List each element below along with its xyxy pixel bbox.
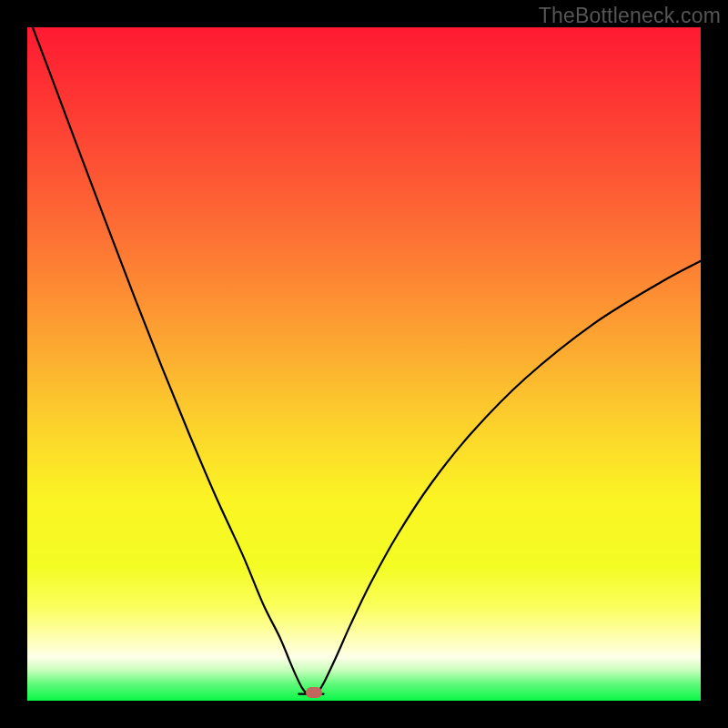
optimum-marker	[306, 687, 322, 698]
bottleneck-curve	[27, 27, 701, 701]
plot-frame	[27, 27, 701, 701]
watermark-text: TheBottleneck.com	[539, 4, 721, 28]
